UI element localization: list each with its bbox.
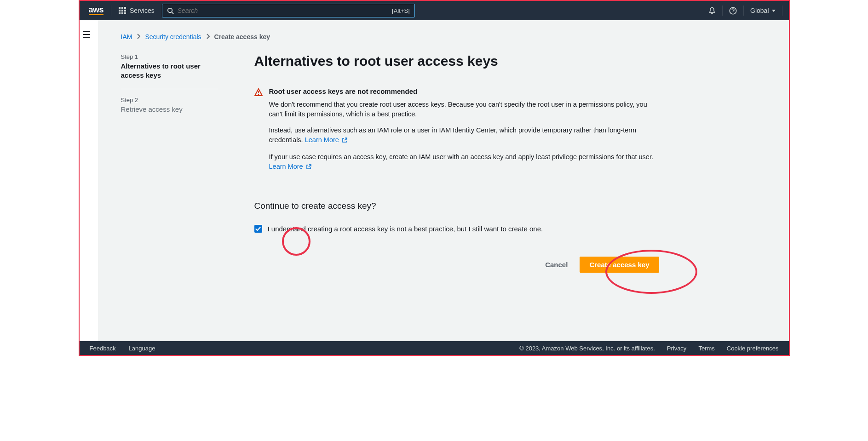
breadcrumb-current: Create access key	[214, 33, 270, 40]
step-divider	[121, 89, 218, 89]
alert-title: Root user access keys are not recommende…	[269, 87, 659, 95]
create-access-key-button[interactable]: Create access key	[580, 257, 659, 273]
nav-divider	[111, 6, 111, 16]
svg-line-1	[172, 12, 173, 14]
alert-paragraph: We don't recommend that you create root …	[269, 100, 659, 119]
footer: Feedback Language © 2023, Amazon Web Ser…	[80, 341, 789, 355]
chevron-right-icon	[137, 33, 140, 40]
wizard-step-1[interactable]: Step 1 Alternatives to root user access …	[121, 53, 218, 89]
warning-alert: Root user access keys are not recommende…	[254, 87, 659, 179]
region-label: Global	[750, 7, 769, 14]
topnav-right: Global	[702, 1, 782, 20]
acknowledge-checkbox-row[interactable]: I understand creating a root access key …	[254, 225, 659, 233]
learn-more-link[interactable]: Learn More	[269, 163, 311, 170]
services-button[interactable]: Services	[119, 7, 155, 14]
step-number: Step 2	[121, 97, 218, 103]
alert-paragraph: Instead, use alternatives such as an IAM…	[269, 126, 659, 146]
external-link-icon	[342, 136, 347, 146]
footer-privacy[interactable]: Privacy	[667, 345, 687, 352]
search-box[interactable]: [Alt+S]	[162, 4, 415, 17]
alert-content: Root user access keys are not recommende…	[269, 87, 659, 179]
footer-terms[interactable]: Terms	[698, 345, 714, 352]
wizard-step-2[interactable]: Step 2 Retrieve access key	[121, 97, 218, 122]
search-icon	[167, 7, 174, 14]
bell-icon	[708, 7, 716, 15]
svg-rect-12	[258, 91, 259, 93]
search-input[interactable]	[178, 7, 392, 14]
action-bar: Cancel Create access key	[254, 257, 659, 273]
page-body: IAM Security credentials Create access k…	[98, 20, 789, 341]
step-title: Retrieve access key	[121, 105, 218, 114]
learn-more-link[interactable]: Learn More	[305, 136, 347, 143]
footer-feedback[interactable]: Feedback	[90, 345, 116, 352]
notifications-button[interactable]	[702, 1, 722, 20]
services-icon	[119, 7, 126, 14]
external-link-icon	[306, 163, 311, 172]
warning-icon	[254, 88, 263, 179]
acknowledge-label: I understand creating a root access key …	[268, 225, 543, 233]
acknowledge-checkbox[interactable]	[254, 225, 262, 233]
step-number: Step 1	[121, 53, 218, 60]
search-shortcut: [Alt+S]	[392, 7, 410, 14]
side-panel-toggle[interactable]	[82, 31, 91, 39]
check-icon	[255, 227, 261, 231]
help-button[interactable]	[723, 1, 743, 20]
region-selector[interactable]: Global	[744, 7, 782, 14]
main-content: Alternatives to root user access keys Ro…	[254, 53, 659, 273]
breadcrumb: IAM Security credentials Create access k…	[98, 20, 789, 40]
svg-point-0	[168, 8, 172, 12]
step-title: Alternatives to root user access keys	[121, 62, 218, 80]
top-navbar: aws Services [Alt+S]	[80, 1, 789, 20]
breadcrumb-security-credentials[interactable]: Security credentials	[145, 33, 201, 40]
aws-logo[interactable]: aws	[89, 6, 104, 15]
chevron-down-icon	[772, 10, 776, 12]
svg-point-13	[258, 94, 259, 95]
services-label: Services	[130, 7, 155, 14]
chevron-right-icon	[206, 33, 210, 40]
nav-divider	[782, 6, 782, 16]
wizard-steps: Step 1 Alternatives to root user access …	[121, 53, 218, 273]
alert-paragraph: If your use case requires an access key,…	[269, 152, 659, 172]
footer-language[interactable]: Language	[129, 345, 155, 352]
svg-point-3	[733, 12, 733, 12]
breadcrumb-iam[interactable]: IAM	[121, 33, 132, 40]
confirm-heading: Continue to create access key?	[254, 201, 659, 211]
page-title: Alternatives to root user access keys	[254, 53, 659, 69]
cancel-button[interactable]: Cancel	[543, 257, 569, 272]
footer-cookie-preferences[interactable]: Cookie preferences	[727, 345, 779, 352]
footer-copyright: © 2023, Amazon Web Services, Inc. or its…	[519, 345, 655, 352]
hamburger-icon	[82, 31, 91, 38]
help-icon	[729, 7, 737, 15]
